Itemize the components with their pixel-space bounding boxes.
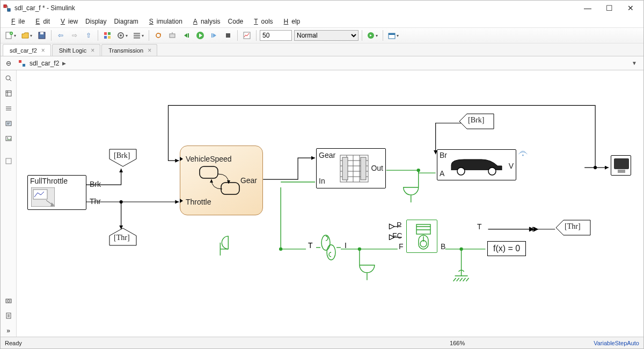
- fast-restart-button[interactable]: [365, 30, 379, 41]
- menu-tools[interactable]: Tools: [247, 17, 276, 26]
- menu-analysis[interactable]: Analysis: [187, 17, 224, 26]
- toggle-perspectives-button[interactable]: [3, 103, 14, 114]
- expand-palette-button[interactable]: »: [3, 325, 14, 337]
- new-model-button[interactable]: [4, 30, 18, 41]
- port-label: I: [345, 241, 347, 250]
- block-engine[interactable]: [406, 220, 437, 253]
- titlebar: sdl_car_f * - Simulink — ☐ ✕: [1, 1, 643, 16]
- close-icon[interactable]: ×: [148, 47, 151, 54]
- port-label: T: [477, 222, 482, 231]
- block-scope[interactable]: [611, 155, 631, 176]
- canvas[interactable]: FullThrottle Brk Thr [Brk] [Thr] Vehicle…: [17, 70, 643, 337]
- area-button[interactable]: [3, 155, 14, 167]
- central-area: »: [1, 70, 643, 337]
- zoom-fit-button[interactable]: [3, 72, 14, 84]
- svg-rect-9: [108, 36, 111, 39]
- block-solver-config[interactable]: f(x) = 0: [487, 241, 526, 256]
- build-button[interactable]: [166, 30, 178, 41]
- tab-sdl-car-f2[interactable]: sdl_car_f2×: [3, 44, 51, 56]
- breadcrumb-root[interactable]: sdl_car_f2: [30, 60, 59, 67]
- svg-point-26: [6, 76, 10, 80]
- menu-edit[interactable]: Edit: [29, 17, 53, 26]
- svg-rect-31: [6, 158, 11, 164]
- block-from-brk[interactable]: [Brk]: [459, 113, 494, 131]
- forward-button[interactable]: ⇨: [69, 30, 80, 41]
- car-icon: [448, 154, 506, 177]
- menu-file[interactable]: File: [5, 17, 28, 26]
- svg-rect-27: [6, 91, 11, 96]
- svg-rect-44: [200, 166, 218, 178]
- step-forward-button[interactable]: [208, 30, 220, 41]
- menu-view[interactable]: View: [54, 17, 81, 26]
- svg-rect-16: [188, 33, 189, 38]
- show-all-button[interactable]: ▼: [632, 60, 637, 66]
- annotation-button[interactable]: [3, 118, 14, 129]
- block-torque-converter[interactable]: [315, 233, 342, 262]
- menu-diagram[interactable]: Diagram: [111, 17, 141, 26]
- save-button[interactable]: [36, 30, 48, 41]
- rot-damper-icon: [404, 187, 419, 202]
- stateflow-icon: [199, 165, 241, 197]
- library-browser-button[interactable]: [101, 30, 113, 41]
- block-vehicle[interactable]: Br A V: [437, 149, 516, 180]
- menu-code[interactable]: Code: [225, 17, 247, 26]
- close-icon[interactable]: ×: [91, 47, 94, 54]
- close-button[interactable]: ✕: [620, 1, 641, 16]
- data-inspector-button[interactable]: [241, 30, 253, 41]
- signal-builder-icon: [31, 187, 55, 207]
- model-config-button[interactable]: [115, 30, 129, 41]
- palette: »: [1, 70, 17, 337]
- image-button[interactable]: [3, 133, 14, 144]
- open-button[interactable]: [20, 30, 34, 41]
- maximize-button[interactable]: ☐: [598, 1, 620, 16]
- solver-link[interactable]: VariableStepAuto: [594, 340, 639, 346]
- svg-rect-19: [226, 33, 230, 38]
- fit-to-view-button[interactable]: [3, 88, 14, 99]
- breadcrumb-arrow-icon[interactable]: ▶: [62, 61, 66, 66]
- stop-button[interactable]: [222, 30, 234, 41]
- block-goto-brk[interactable]: [Brk]: [109, 149, 137, 169]
- stop-time-input[interactable]: [260, 30, 292, 41]
- engine-icon: [407, 220, 438, 253]
- block-gearbox[interactable]: Gear Out In: [316, 148, 386, 188]
- block-stateflow[interactable]: VehicleSpeed Throttle Gear: [180, 146, 263, 215]
- model-data-button[interactable]: [3, 310, 14, 322]
- svg-rect-23: [389, 33, 395, 35]
- svg-rect-12: [134, 33, 140, 34]
- svg-rect-15: [170, 34, 175, 38]
- model-tabs: sdl_car_f2× Shift Logic× Transmission×: [1, 43, 643, 56]
- port-label: F: [399, 242, 404, 251]
- menu-simulation[interactable]: Simulation: [143, 17, 186, 26]
- port-label: Brk: [90, 180, 101, 188]
- block-goto-thr[interactable]: [Thr]: [109, 228, 137, 248]
- torque-converter-icon: [315, 233, 342, 262]
- close-icon[interactable]: ×: [41, 47, 45, 54]
- tab-transmission[interactable]: Transmission×: [101, 44, 157, 56]
- block-signal-builder[interactable]: FullThrottle Brk Thr: [27, 175, 86, 210]
- port-label: Thr: [90, 197, 101, 206]
- sim-mode-select[interactable]: Normal: [294, 30, 358, 41]
- screenshot-button[interactable]: [3, 295, 14, 307]
- menu-help[interactable]: Help: [277, 17, 304, 26]
- back-button[interactable]: ⇦: [55, 30, 67, 41]
- run-button[interactable]: [194, 30, 206, 41]
- svg-point-49: [457, 168, 465, 175]
- zoom-level[interactable]: 166%: [450, 340, 465, 346]
- svg-point-53: [321, 235, 330, 250]
- menu-display[interactable]: Display: [82, 17, 109, 26]
- svg-rect-48: [361, 157, 366, 180]
- update-diagram-button[interactable]: [152, 30, 164, 41]
- up-button[interactable]: ⇧: [83, 30, 94, 41]
- hide-nav-button[interactable]: ⊖: [3, 57, 14, 69]
- svg-rect-47: [342, 157, 348, 180]
- mech-ref-icon: [220, 236, 228, 256]
- gearbox-icon: [337, 152, 371, 185]
- svg-point-50: [488, 168, 496, 175]
- minimize-button[interactable]: —: [577, 1, 598, 16]
- tab-shift-logic[interactable]: Shift Logic×: [52, 44, 100, 56]
- step-back-button[interactable]: [180, 30, 192, 41]
- status-text: Ready: [5, 340, 22, 346]
- model-explorer-button[interactable]: [131, 30, 145, 41]
- schedule-button[interactable]: [386, 30, 400, 41]
- block-from-thr[interactable]: [Thr]: [555, 220, 591, 237]
